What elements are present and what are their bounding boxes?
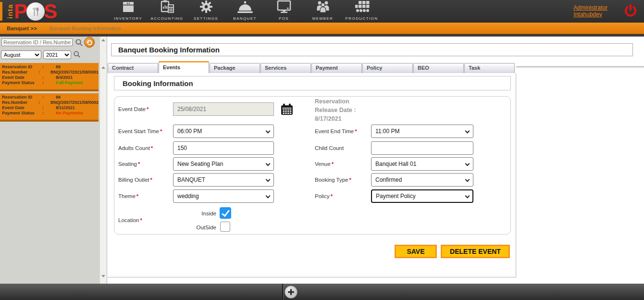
res-number-label: Res.Number xyxy=(2,70,38,75)
month-select-wrap: August xyxy=(1,50,41,59)
administrator-link[interactable]: Administrator xyxy=(573,4,607,11)
filter-search-icon[interactable] xyxy=(73,50,81,60)
event-date-field[interactable] xyxy=(173,102,274,116)
user-account-links: Administrator Intahubdev xyxy=(573,4,607,18)
booking-type-select[interactable]: Confirmed xyxy=(371,173,473,187)
breadcrumb-page: Banquet Booking Information xyxy=(50,25,121,31)
res-payment-status-label: Payment Status xyxy=(2,80,42,86)
accounting-icon xyxy=(160,0,174,15)
power-logout-icon[interactable] xyxy=(623,3,638,19)
add-plus-icon[interactable] xyxy=(285,286,297,299)
outside-checkbox[interactable] xyxy=(220,222,230,232)
res-id-value: 65 xyxy=(56,64,61,70)
monitor-icon xyxy=(277,0,291,15)
billing-outlet-select[interactable]: BANQUET xyxy=(173,173,274,187)
nav-inventory[interactable]: INVENTORY xyxy=(109,0,148,22)
main-content: Banquet Booking Information Contract Eve… xyxy=(108,37,644,284)
nav-production[interactable]: PRODUCTION xyxy=(342,0,381,22)
top-navigation: INVENTORY ACCOUNTING xyxy=(109,0,381,22)
reservation-search-input[interactable] xyxy=(1,38,73,46)
theme-select-wrap: wedding xyxy=(173,189,274,203)
policy-select[interactable]: Payment Policy xyxy=(371,189,473,203)
page-title: Banquet Booking Information xyxy=(118,46,220,54)
seating-label: Seating* xyxy=(118,161,140,167)
logo-inta-text: inta xyxy=(6,2,14,21)
reservation-sidebar: August 2021 Reservation ID:65 Res.Number… xyxy=(0,37,100,284)
nav-banquet[interactable]: BANQUET xyxy=(225,0,264,22)
child-count-input[interactable] xyxy=(371,141,473,155)
payment-status-badge: Full Payment xyxy=(56,80,83,86)
event-start-time-select[interactable]: 06:00 PM xyxy=(173,125,274,138)
year-select-wrap: 2021 xyxy=(43,50,71,59)
year-select[interactable]: 2021 xyxy=(43,50,71,59)
scroll-up-icon[interactable] xyxy=(101,66,105,69)
event-end-time-select-wrap: 11:00 PM xyxy=(371,125,473,138)
nav-accounting-label: ACCOUNTING xyxy=(151,16,184,21)
breadcrumb: Banquet >> Banquet Booking Information xyxy=(0,23,644,34)
location-inside-label: Inside xyxy=(186,211,216,216)
booking-form: Event Date* xyxy=(114,96,511,235)
breadcrumb-section[interactable]: Banquet >> xyxy=(7,25,37,31)
nav-pos[interactable]: POS xyxy=(264,0,303,22)
nav-accounting[interactable]: ACCOUNTING xyxy=(148,0,186,22)
save-button[interactable]: SAVE xyxy=(395,245,437,258)
res-id-label: Reservation ID xyxy=(2,95,42,100)
res-number-value: BNQ/2057/2021/08/0002 xyxy=(50,100,99,105)
nav-member[interactable]: MEMBER xyxy=(303,0,342,22)
scroll-down-icon[interactable] xyxy=(101,275,105,277)
tab-package[interactable]: Package xyxy=(210,63,260,73)
search-icon[interactable] xyxy=(75,38,83,49)
calendar-icon[interactable] xyxy=(281,103,293,117)
event-end-time-label: Event End Time* xyxy=(315,128,357,134)
scroll-up-icon[interactable] xyxy=(101,39,105,41)
nav-member-label: MEMBER xyxy=(312,16,334,21)
reservation-card-2[interactable]: Reservation ID:66 Res.Number:BNQ/2057/20… xyxy=(0,93,99,122)
logo-s-letter: S xyxy=(44,1,57,22)
res-id-label: Reservation ID xyxy=(2,64,42,70)
nav-settings[interactable]: SETTINGS xyxy=(186,0,225,22)
month-select[interactable]: August xyxy=(1,50,41,59)
nav-settings-label: SETTINGS xyxy=(194,16,218,21)
tab-events[interactable]: Events xyxy=(159,61,209,73)
adults-count-input[interactable] xyxy=(173,141,274,155)
main-layout: August 2021 Reservation ID:65 Res.Number… xyxy=(0,37,644,284)
policy-label: Policy* xyxy=(315,193,333,199)
res-payment-status-label: Payment Status xyxy=(2,111,42,116)
delete-event-button[interactable]: DELETE EVENT xyxy=(441,245,510,258)
res-number-label: Res.Number xyxy=(2,100,38,105)
venue-select-wrap: Banquet Hall 01 xyxy=(371,157,473,171)
booking-type-select-wrap: Confirmed xyxy=(371,173,473,187)
logo-accent-strip xyxy=(0,2,2,21)
inventory-icon xyxy=(121,0,136,15)
res-event-date-value: 8/4/2021 xyxy=(56,75,73,80)
tabstrip-right-groove xyxy=(516,66,644,68)
section-title-box: Booking Information xyxy=(114,76,511,90)
reservation-release-date: Reservation Release Date : 8/17/2021 xyxy=(315,97,356,123)
seating-select[interactable]: New Seating Plan xyxy=(173,157,274,171)
username-link[interactable]: Intahubdev xyxy=(573,11,607,18)
inside-checkbox[interactable] xyxy=(220,207,231,219)
reservation-card-1[interactable]: Reservation ID:65 Res.Number:BNQ/2057/20… xyxy=(0,63,99,91)
gear-icon xyxy=(199,0,213,15)
tab-payment[interactable]: Payment xyxy=(311,63,362,73)
app-logo[interactable]: inta P S xyxy=(6,1,92,22)
tab-strip: Contract Events Package Services Payment… xyxy=(108,61,515,73)
event-end-time-select[interactable]: 11:00 PM xyxy=(371,125,473,138)
tab-beo[interactable]: BEO xyxy=(413,63,464,73)
venue-select[interactable]: Banquet Hall 01 xyxy=(371,157,473,171)
venue-label: Venue* xyxy=(315,161,334,167)
tab-policy[interactable]: Policy xyxy=(362,63,413,73)
tab-task[interactable]: Task xyxy=(464,63,515,73)
theme-select[interactable]: wedding xyxy=(173,189,274,203)
people-icon xyxy=(315,0,331,15)
plate-utensils-icon xyxy=(26,2,45,21)
event-date-label: Event Date* xyxy=(118,106,149,112)
scroll-strip[interactable] xyxy=(100,37,107,284)
refresh-icon[interactable] xyxy=(84,37,95,48)
cloche-icon xyxy=(236,0,254,15)
logo-p-letter: P xyxy=(14,1,27,22)
booking-type-label: Booking Type* xyxy=(315,177,351,183)
tab-services[interactable]: Services xyxy=(260,63,311,73)
top-bar: inta P S INVENTORY xyxy=(0,0,644,23)
tab-contract[interactable]: Contract xyxy=(108,63,158,73)
